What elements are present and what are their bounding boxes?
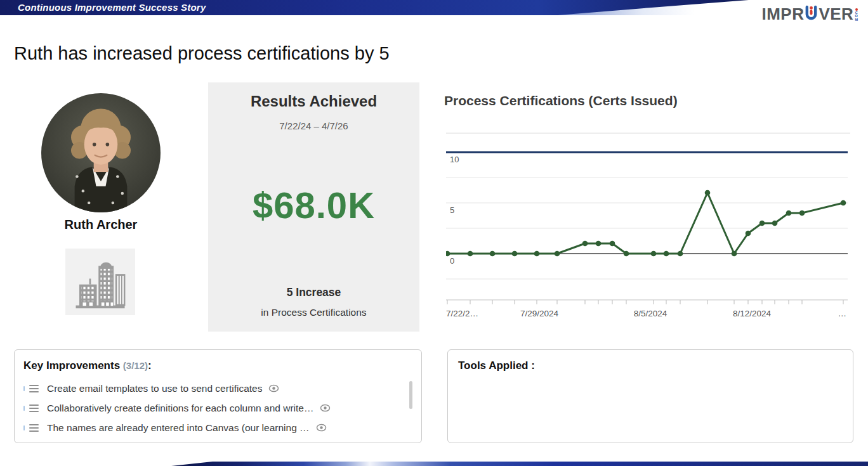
- tools-applied-panel: Tools Applied :: [447, 349, 853, 443]
- profile-photo: [41, 93, 161, 212]
- improvement-item[interactable]: The names are already entered into Canva…: [23, 418, 412, 437]
- svg-text:8/5/2024: 8/5/2024: [634, 309, 667, 318]
- improver-logo: IMPR VER C O M: [761, 4, 858, 22]
- improvement-item[interactable]: Collaboratively create definitions for e…: [23, 398, 412, 418]
- results-title: Results Achieved: [208, 93, 419, 110]
- page-title: Ruth has increased process certification…: [14, 43, 390, 64]
- results-delta-context: in Process Certifications: [208, 307, 419, 318]
- results-delta: 5 Increase: [208, 286, 419, 299]
- logo-text-prefix: IMPR: [761, 6, 804, 22]
- row-marker: [23, 406, 25, 411]
- banner-title: Continuous Improvement Success Story: [18, 2, 206, 13]
- buildings-icon: [71, 254, 129, 310]
- drag-handle-icon[interactable]: [29, 385, 39, 392]
- organization-tile: [65, 249, 135, 315]
- success-story-page: Continuous Improvement Success Story IMP…: [0, 0, 868, 466]
- drag-handle-icon[interactable]: [29, 405, 39, 412]
- improvement-list: Create email templates to use to send ce…: [23, 379, 412, 437]
- svg-text:8/12/2024: 8/12/2024: [733, 309, 772, 318]
- key-improvements-heading: Key Improvements (3/12):: [23, 359, 412, 372]
- certs-chart: 10507/22/2…7/29/20248/5/20248/12/2024…: [446, 132, 858, 322]
- row-marker: [23, 386, 25, 391]
- row-marker: [23, 425, 25, 430]
- key-improvements-panel: Key Improvements (3/12): Create email te…: [14, 349, 422, 443]
- svg-text:5: 5: [450, 205, 454, 215]
- chart-title: Process Certifications (Certs Issued): [444, 93, 678, 108]
- results-panel: Results Achieved 7/22/24 – 4/7/26 $68.0K…: [208, 82, 419, 332]
- key-improvements-count: (3/12): [123, 360, 148, 371]
- svg-text:…: …: [838, 309, 847, 318]
- logo-text-suffix: VER: [819, 6, 853, 22]
- drag-handle-icon[interactable]: [29, 424, 39, 432]
- logo-tld: C O M: [855, 8, 858, 22]
- svg-text:10: 10: [450, 155, 459, 164]
- visibility-icon[interactable]: [268, 384, 279, 392]
- visibility-icon[interactable]: [320, 404, 331, 412]
- improvement-item[interactable]: Create email templates to use to send ce…: [23, 379, 412, 398]
- list-scrollbar[interactable]: [409, 381, 412, 409]
- logo-dot-icon: [855, 8, 858, 11]
- visibility-icon[interactable]: [316, 424, 327, 432]
- results-date-range: 7/22/24 – 4/7/26: [208, 120, 419, 131]
- svg-text:7/29/2024: 7/29/2024: [520, 309, 559, 318]
- portrait-illustration: [41, 93, 161, 212]
- svg-text:7/22/2…: 7/22/2…: [446, 309, 478, 318]
- results-amount: $68.0K: [208, 184, 419, 226]
- svg-text:0: 0: [450, 256, 454, 266]
- bottom-swoosh-decoration: [171, 462, 868, 466]
- logo-u-icon: [805, 5, 818, 22]
- tools-applied-heading: Tools Applied :: [458, 359, 843, 372]
- person-name: Ruth Archer: [41, 217, 161, 232]
